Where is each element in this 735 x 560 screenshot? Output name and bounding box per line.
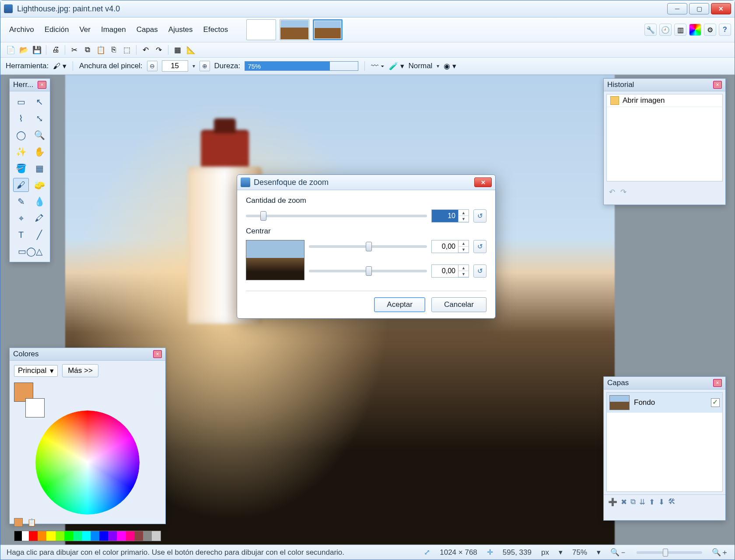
- recolor-tool[interactable]: 🖍: [32, 211, 47, 225]
- magic-wand-tool[interactable]: ✨: [13, 145, 29, 159]
- center-y-reset[interactable]: ↺: [473, 264, 486, 278]
- zoom-slider[interactable]: [637, 551, 702, 554]
- active-tool-icon[interactable]: 🖌 ▾: [53, 62, 66, 71]
- zoom-in-icon[interactable]: 🔍＋: [712, 547, 728, 557]
- paste-icon[interactable]: 📋: [95, 44, 106, 56]
- grid-icon[interactable]: ▦: [172, 44, 183, 56]
- history-panel[interactable]: Historial × Abrir imagen ↶ ↷: [603, 78, 726, 205]
- gradient-tool[interactable]: ▦: [32, 161, 47, 175]
- duplicate-layer-icon[interactable]: ⧉: [630, 497, 636, 507]
- center-x-reset[interactable]: ↺: [473, 240, 486, 253]
- status-zoom[interactable]: 75%: [572, 548, 587, 557]
- pencil-tool[interactable]: ✎: [13, 195, 29, 209]
- crop-icon[interactable]: ⎘: [108, 44, 119, 56]
- save-file-icon[interactable]: 💾: [31, 44, 42, 56]
- center-y-spinner[interactable]: ▲▼: [431, 264, 469, 278]
- rectangle-select-tool[interactable]: ▭: [13, 95, 29, 109]
- delete-layer-icon[interactable]: ✖: [621, 497, 627, 507]
- palette-options-icon[interactable]: 📋: [27, 518, 36, 527]
- document-thumb-1[interactable]: [246, 19, 276, 40]
- print-icon[interactable]: 🖨: [50, 44, 61, 56]
- shapes-tool[interactable]: ▭◯△: [13, 244, 47, 258]
- hardness-slider[interactable]: 75%: [245, 61, 358, 71]
- center-x-spinner[interactable]: ▲▼: [431, 240, 469, 253]
- secondary-color-swatch[interactable]: [25, 398, 45, 417]
- antialias-icon[interactable]: 〰 ▾: [371, 62, 385, 70]
- deselect-icon[interactable]: ⬚: [121, 44, 133, 56]
- color-picker-tool[interactable]: 💧: [32, 195, 47, 209]
- brush-width-dropdown[interactable]: ▾: [192, 63, 195, 69]
- minimize-button[interactable]: ─: [667, 3, 687, 14]
- paint-bucket-tool[interactable]: 🪣: [13, 161, 29, 175]
- center-x-input[interactable]: [432, 240, 458, 253]
- dialog-cancel-button[interactable]: Cancelar: [431, 297, 486, 312]
- layers-panel-close[interactable]: ×: [713, 379, 722, 387]
- zoom-tool[interactable]: 🔍: [32, 128, 47, 142]
- paintbrush-tool[interactable]: 🖌: [13, 178, 29, 192]
- color-palette[interactable]: [14, 531, 161, 541]
- colors-panel-close[interactable]: ×: [153, 350, 162, 358]
- zoom-amount-spinner[interactable]: ▲▼: [431, 209, 469, 223]
- lasso-tool[interactable]: ⌇: [13, 111, 29, 125]
- brush-width-increase[interactable]: ⊕: [200, 61, 210, 71]
- clone-stamp-tool[interactable]: ⌖: [13, 211, 29, 225]
- document-thumb-2[interactable]: [280, 19, 309, 40]
- menu-capas[interactable]: Capas: [131, 24, 163, 36]
- layer-up-icon[interactable]: ⬆: [649, 497, 655, 507]
- center-y-input[interactable]: [432, 265, 458, 277]
- alpha-blend-icon[interactable]: 🧪 ▾: [389, 62, 404, 71]
- brush-width-decrease[interactable]: ⊖: [147, 61, 158, 71]
- colors-panel[interactable]: Colores × Principal ▾ Más >> 📋: [9, 348, 166, 524]
- merge-layer-icon[interactable]: ⇊: [639, 497, 645, 507]
- layers-window-toggle[interactable]: ▥: [674, 24, 686, 36]
- eraser-tool[interactable]: 🧽: [32, 178, 47, 192]
- dialog-ok-button[interactable]: Aceptar: [374, 297, 425, 312]
- zoom-amount-slider[interactable]: [246, 215, 427, 217]
- new-file-icon[interactable]: 📄: [5, 44, 16, 56]
- history-undo-icon[interactable]: ↶: [609, 188, 615, 197]
- zoom-amount-reset[interactable]: ↺: [473, 209, 486, 223]
- layer-properties-icon[interactable]: 🛠: [668, 497, 676, 507]
- undo-icon[interactable]: ↶: [140, 44, 151, 56]
- layers-panel[interactable]: Capas × Fondo ➕ ✖ ⧉ ⇊ ⬆ ⬇ 🛠: [603, 376, 726, 521]
- close-button[interactable]: ✕: [711, 3, 731, 14]
- menu-ajustes[interactable]: Ajustes: [163, 24, 198, 36]
- layer-row-fondo[interactable]: Fondo: [607, 393, 722, 413]
- menu-imagen[interactable]: Imagen: [96, 24, 131, 36]
- dialog-close-button[interactable]: ✕: [474, 177, 492, 187]
- document-thumb-3[interactable]: [313, 19, 343, 40]
- color-wheel[interactable]: [35, 410, 140, 515]
- maximize-button[interactable]: ▢: [689, 3, 709, 14]
- colors-more-button[interactable]: Más >>: [62, 364, 98, 377]
- history-panel-close[interactable]: ×: [713, 81, 722, 89]
- move-selection-tool[interactable]: ↖: [32, 95, 47, 109]
- history-window-toggle[interactable]: 🕘: [659, 24, 672, 36]
- cut-icon[interactable]: ✂: [69, 44, 80, 56]
- ellipse-select-tool[interactable]: ◯: [13, 128, 29, 142]
- line-tool[interactable]: ╱: [32, 228, 47, 242]
- move-pixels-tool[interactable]: ⤡: [32, 111, 47, 125]
- menu-archivo[interactable]: Archivo: [4, 24, 39, 36]
- layer-visibility-checkbox[interactable]: [711, 398, 720, 407]
- layer-down-icon[interactable]: ⬇: [658, 497, 665, 507]
- zoom-amount-input[interactable]: [432, 210, 458, 222]
- menu-edicion[interactable]: Edición: [39, 24, 74, 36]
- add-swatch-icon[interactable]: [14, 518, 23, 527]
- text-tool[interactable]: T: [13, 228, 29, 242]
- center-x-slider[interactable]: [309, 245, 427, 248]
- center-y-slider[interactable]: [309, 270, 427, 272]
- tools-panel[interactable]: Herr... × ▭ ↖ ⌇ ⤡ ◯ 🔍 ✨ ✋ 🪣 ▦ 🖌 🧽 ✎ 💧 ⌖ …: [9, 78, 50, 262]
- spinner-down-icon[interactable]: ▼: [458, 216, 469, 222]
- blend-mode-dropdown[interactable]: ▾: [437, 63, 439, 69]
- status-units[interactable]: px: [541, 548, 549, 557]
- redo-icon[interactable]: ↷: [153, 44, 164, 56]
- history-redo-icon[interactable]: ↷: [620, 188, 626, 197]
- colors-window-toggle[interactable]: [689, 24, 701, 36]
- overwrite-icon[interactable]: ◉ ▾: [444, 62, 456, 71]
- center-preview[interactable]: [246, 240, 304, 280]
- zoom-out-icon[interactable]: 🔍－: [610, 547, 627, 557]
- add-layer-icon[interactable]: ➕: [608, 497, 617, 507]
- tools-window-toggle[interactable]: 🔧: [644, 24, 657, 36]
- open-file-icon[interactable]: 📂: [18, 44, 29, 56]
- history-item-open[interactable]: Abrir imagen: [607, 94, 722, 107]
